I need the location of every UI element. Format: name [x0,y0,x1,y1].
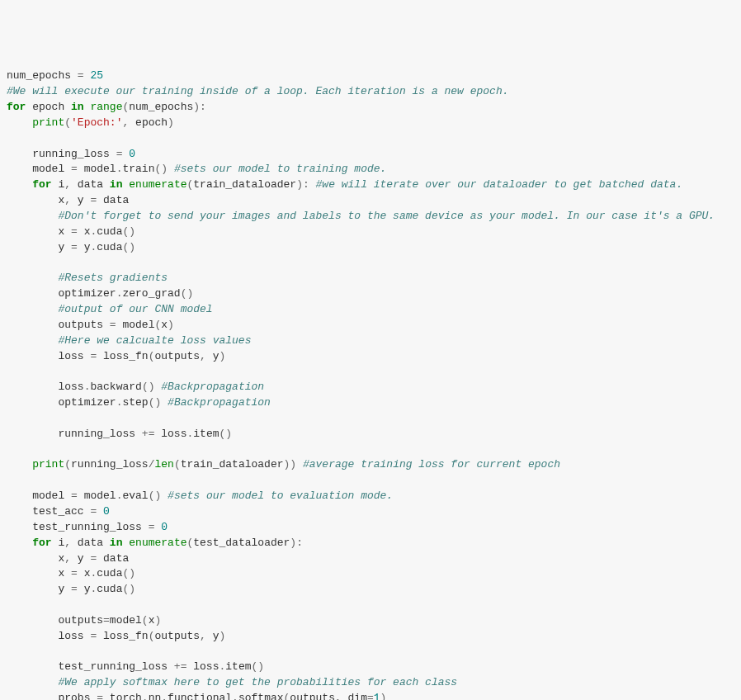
token-op: , [335,692,348,700]
token-op: . [142,692,149,700]
token-id: outputs [58,614,103,627]
token-op: = [71,241,78,253]
token-builtin: enumerate [129,537,186,549]
token-com: #Backpropagation [168,396,271,409]
token-com: #Backpropagation [161,381,264,393]
token-id: epoch [135,116,168,129]
token-id: x [58,225,71,238]
token-op: () [122,567,135,579]
token-id: cuda [97,567,122,579]
token-op: = [110,319,116,331]
token-id: num_epochs [7,69,71,82]
token-op: , [64,552,78,565]
token-id: y [78,194,91,206]
token-id: softmax [238,692,284,700]
code-line: #We will execute our training inside of … [7,84,734,100]
token-op: () [122,225,135,238]
token-op: () [149,396,168,409]
token-com: #Resets gradients [58,272,168,284]
token-id: dim [348,692,367,700]
token-id: epoch [26,101,71,113]
token-op: = [71,583,78,595]
token-op: = [71,69,90,82]
token-id: data [78,537,110,549]
token-num: 25 [90,69,103,82]
token-id: num_epochs [129,101,193,113]
token-op: () [149,490,168,502]
token-id: y [78,241,91,253]
token-id [97,505,103,518]
token-id: y [58,583,71,595]
code-line [7,598,734,613]
token-id: loss [58,350,90,362]
code-line: x, y = data [7,551,734,567]
token-id: test_dataloader [193,537,290,549]
token-op: ( [64,458,71,471]
token-op: () [154,163,173,175]
token-builtin: range [90,101,122,113]
token-id: model [78,163,116,175]
token-id: eval [122,490,148,502]
token-op: , [122,116,135,129]
token-op: () [142,381,161,393]
token-id: data [97,194,129,206]
token-id: model [32,163,71,175]
code-line: print('Epoch:', epoch) [7,116,734,131]
code-line: model = model.eval() #sets our model to … [7,489,734,504]
token-id: y [78,552,91,565]
token-op: , [200,630,213,642]
token-id: loss [154,428,186,440]
token-op: = [97,692,103,700]
code-line: for i, data in enumerate(test_dataloader… [7,536,734,551]
token-id: train [122,163,154,175]
token-id: loss [58,630,90,642]
code-line: test_running_loss = 0 [7,520,734,536]
code-line: loss = loss_fn(outputs, y) [7,349,734,365]
code-line [7,411,734,427]
token-kw: for [32,178,51,191]
token-id: y [213,350,219,362]
token-id: outputs [58,319,109,331]
token-id: nn [149,692,162,700]
token-op: ) [168,116,174,129]
code-line [7,473,734,489]
code-line: #Here we calcualte loss values [7,333,734,349]
code-line: optimizer.step() #Backpropagation [7,395,734,411]
code-line: test_running_loss += loss.item() [7,660,734,675]
token-op: ): [296,178,315,191]
code-line: test_acc = 0 [7,504,734,520]
token-id: train_dataloader [181,458,284,471]
token-num: 1 [374,692,380,700]
token-id: running_loss [32,148,116,160]
code-line: #Resets gradients [7,271,734,286]
token-id: cuda [97,583,122,595]
token-builtin: print [32,116,64,129]
token-com: #Don't forget to send your images and la… [58,210,715,222]
token-id: probs [58,692,97,700]
token-builtin: len [154,458,173,471]
token-op: = [71,225,78,238]
token-num: 0 [129,148,135,160]
token-id: model [116,319,155,331]
token-op: )) [284,458,303,471]
token-id: model [110,614,142,627]
token-op: ( [174,458,181,471]
token-op: () [181,287,194,300]
code-line: #We apply softmax here to get the probab… [7,675,734,691]
token-num: 0 [161,521,168,533]
token-id: loss [58,381,83,393]
token-id: loss [186,660,219,673]
token-id: model [78,490,116,502]
token-num: 0 [103,505,110,518]
token-id: x [58,567,71,579]
token-id: zero_grad [122,287,180,300]
token-kw: in [71,101,84,113]
token-op: = [367,692,374,700]
token-com: #we will iterate over our dataloader to … [316,178,683,191]
code-line [7,645,734,660]
token-op: ) [219,350,226,362]
token-com: #We apply softmax here to get the probab… [58,676,457,688]
code-line: outputs=model(x) [7,613,734,629]
token-id: data [78,178,110,191]
token-op: ): [290,537,303,549]
